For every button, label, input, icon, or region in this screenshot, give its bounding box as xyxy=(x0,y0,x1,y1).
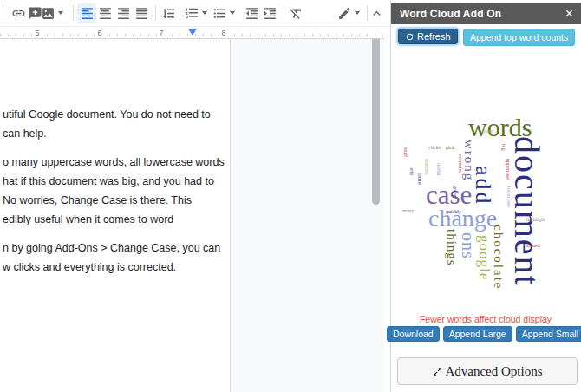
numbered-list-icon[interactable] xyxy=(183,3,209,23)
paragraph: n by going Add-Ons > Change Case, you ca… xyxy=(3,238,225,277)
horizontal-ruler: 5678 xyxy=(0,26,384,39)
align-right-icon[interactable] xyxy=(114,3,133,23)
dropdown-caret-icon xyxy=(230,11,235,15)
toolbar-separator xyxy=(155,5,156,21)
indent-marker-icon[interactable] xyxy=(188,29,197,36)
advanced-options-label: Advanced Options xyxy=(445,364,542,379)
expand-arrows-icon xyxy=(432,366,443,377)
ruler-number: 7 xyxy=(157,29,165,37)
align-left-icon[interactable] xyxy=(77,3,96,23)
dropdown-caret-icon xyxy=(58,11,63,15)
document-text-line: o many uppercase words, all lowercase wo… xyxy=(3,153,225,172)
paragraph: utiful Google document. You do not need … xyxy=(3,105,225,143)
increase-indent-icon[interactable] xyxy=(260,3,279,23)
close-icon[interactable]: × xyxy=(565,3,573,24)
document-text-line: hat if this document was big, and you ha… xyxy=(3,172,225,191)
refresh-icon xyxy=(405,32,415,42)
append-small-button[interactable]: Append Small xyxy=(516,326,581,342)
cloud-warning-text: Fewer words affect cloud display xyxy=(390,314,581,324)
clear-formatting-icon[interactable] xyxy=(286,3,305,23)
ruler-number: 5 xyxy=(33,29,41,37)
document-page[interactable]: utiful Google document. You do not need … xyxy=(0,38,231,392)
advanced-options-button[interactable]: Advanced Options xyxy=(397,357,578,385)
paragraph: o many uppercase words, all lowercase wo… xyxy=(3,153,225,229)
document-text-line: utiful Google document. You do not need … xyxy=(3,105,225,124)
dropdown-caret-icon xyxy=(355,11,360,15)
document-text-line: edibly useful when it comes to word xyxy=(3,210,225,229)
insert-image-icon[interactable] xyxy=(39,3,65,23)
decrease-indent-icon[interactable] xyxy=(242,3,261,23)
bulleted-list-icon[interactable] xyxy=(211,3,237,23)
vertical-scrollbar[interactable] xyxy=(372,33,380,205)
append-large-button[interactable]: Append Large xyxy=(443,326,512,342)
toolbar-separator xyxy=(73,5,74,21)
document-text-line: w clicks and everything is corrected. xyxy=(3,258,225,277)
toolbar-separator xyxy=(3,5,3,21)
ruler-number: 8 xyxy=(219,29,227,37)
app-window: { "toolbar": { "items": [ {"type":"separ… xyxy=(0,0,581,392)
ruler-number: 6 xyxy=(95,29,103,37)
document-text[interactable]: utiful Google document. You do not need … xyxy=(3,105,225,286)
append-top-button-label: Append top word counts xyxy=(470,32,568,42)
sidebar-title: Word Cloud Add On xyxy=(391,8,501,20)
refresh-button-label: Refresh xyxy=(417,31,451,42)
document-text-line: n by going Add-Ons > Change Case, you ca… xyxy=(3,238,225,258)
document-text-line: can help. xyxy=(3,124,225,143)
align-center-icon[interactable] xyxy=(95,3,114,23)
sidebar-header: Word Cloud Add On × xyxy=(391,3,581,24)
toolbar-separator xyxy=(284,5,284,21)
align-justify-icon[interactable] xyxy=(132,3,151,23)
append-top-word-counts-button[interactable]: Append top word counts xyxy=(463,29,575,46)
document-text-line: No worries, Change Case is there. This xyxy=(3,191,225,210)
dropdown-caret-icon xyxy=(202,11,207,15)
editing-mode-pen-icon[interactable] xyxy=(336,3,362,23)
toolbar xyxy=(0,0,390,27)
collapse-toolbar-icon[interactable] xyxy=(367,3,386,23)
refresh-button[interactable]: Refresh xyxy=(398,29,458,44)
download-button[interactable]: Download xyxy=(387,326,440,342)
line-spacing-icon[interactable] xyxy=(159,3,178,23)
cloud-action-buttons: DownloadAppend LargeAppend Small xyxy=(390,326,581,342)
